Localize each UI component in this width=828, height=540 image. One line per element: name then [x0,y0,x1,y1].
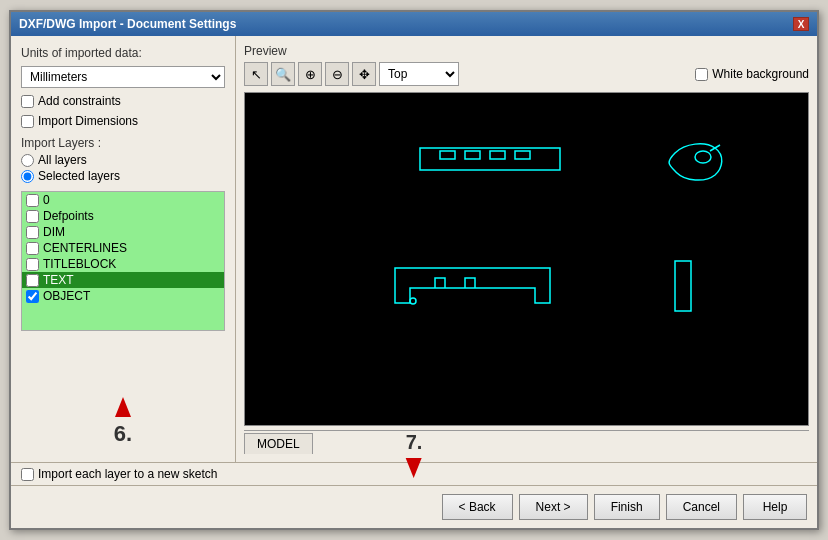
layers-list[interactable]: 0 Defpoints DIM CENTERLINES TITLEBLOCK [21,191,225,331]
main-window: DXF/DWG Import - Document Settings X Uni… [9,10,819,530]
arrow-down-icon [406,458,422,478]
help-button[interactable]: Help [743,494,807,520]
white-bg-row: White background [695,67,809,81]
layer-object-checkbox[interactable] [26,290,39,303]
preview-canvas [244,92,809,426]
cad-preview-svg [245,93,808,425]
add-constraints-label: Add constraints [38,94,121,108]
import-each-checkbox[interactable] [21,468,34,481]
finish-button[interactable]: Finish [594,494,660,520]
layer-text-name: TEXT [43,273,74,287]
add-constraints-row: Add constraints [21,94,225,108]
close-button[interactable]: X [793,17,809,31]
layer-dim-checkbox[interactable] [26,226,39,239]
toolbar-pointer-btn[interactable]: ↖ [244,62,268,86]
view-dropdown[interactable]: Top Front Right Isometric [379,62,459,86]
layer-item-defpoints[interactable]: Defpoints [22,208,224,224]
cad-rect-5 [515,151,530,159]
cad-rect-2 [440,151,455,159]
toolbar-zoomout-btn[interactable]: ⊖ [325,62,349,86]
cad-vert-rect [675,261,691,311]
layer-item-text[interactable]: TEXT [22,272,224,288]
add-constraints-checkbox[interactable] [21,95,34,108]
layer-defpoints-checkbox[interactable] [26,210,39,223]
preview-label: Preview [244,44,809,58]
cad-ellipse-1 [695,151,711,163]
layer-item-dim[interactable]: DIM [22,224,224,240]
layer-object-name: OBJECT [43,289,90,303]
back-button[interactable]: < Back [442,494,513,520]
white-bg-label: White background [712,67,809,81]
right-panel: Preview ↖ 🔍 ⊕ ⊖ ✥ Top Front Right Isomet… [236,36,817,462]
layer-titleblock-name: TITLEBLOCK [43,257,116,271]
selected-layers-row: Selected layers [21,169,225,183]
main-content: Units of imported data: Millimeters Add … [11,36,817,462]
annotation-area: 6. [21,337,225,452]
layer-item-0[interactable]: 0 [22,192,224,208]
cad-notch-2 [465,278,475,288]
toolbar-pan-btn[interactable]: ✥ [352,62,376,86]
layer-dim-name: DIM [43,225,65,239]
window-title: DXF/DWG Import - Document Settings [19,17,236,31]
import-dimensions-label: Import Dimensions [38,114,138,128]
annotation-7: 7. [406,431,423,454]
layer-text-checkbox[interactable] [26,274,39,287]
next-button[interactable]: Next > [519,494,588,520]
annotation-6: 6. [114,421,132,447]
layer-defpoints-name: Defpoints [43,209,94,223]
layer-centerlines-name: CENTERLINES [43,241,127,255]
layer-item-object[interactable]: OBJECT [22,288,224,304]
cad-rect-4 [490,151,505,159]
units-dropdown[interactable]: Millimeters [21,66,225,88]
layer-centerlines-checkbox[interactable] [26,242,39,255]
cad-notch-1 [435,278,445,288]
annotation-7-wrapper: 7. [406,431,423,478]
layer-item-centerlines[interactable]: CENTERLINES [22,240,224,256]
all-layers-row: All layers [21,153,225,167]
layer-titleblock-checkbox[interactable] [26,258,39,271]
white-bg-checkbox[interactable] [695,68,708,81]
layer-item-titleblock[interactable]: TITLEBLOCK [22,256,224,272]
import-layers-label: Import Layers : [21,136,225,150]
footer: 7. < Back Next > Finish Cancel Help [11,485,817,528]
layer-0-checkbox[interactable] [26,194,39,207]
model-tab[interactable]: MODEL [244,433,313,454]
cad-rect-3 [465,151,480,159]
toolbar-row: ↖ 🔍 ⊕ ⊖ ✥ Top Front Right Isometric Whit… [244,62,809,86]
import-dimensions-row: Import Dimensions [21,114,225,128]
selected-layers-label: Selected layers [38,169,120,183]
all-layers-radio[interactable] [21,154,34,167]
layer-0-name: 0 [43,193,50,207]
toolbar-zoom-btn[interactable]: 🔍 [271,62,295,86]
titlebar: DXF/DWG Import - Document Settings X [11,12,817,36]
selected-layers-radio[interactable] [21,170,34,183]
arrow-up-icon [115,397,131,417]
cad-circle-1 [410,298,416,304]
all-layers-label: All layers [38,153,87,167]
model-tab-row: MODEL [244,430,809,454]
cad-bracket [395,268,550,303]
left-panel: Units of imported data: Millimeters Add … [11,36,236,462]
import-layers-section: Import Layers : All layers Selected laye… [21,136,225,185]
import-each-label: Import each layer to a new sketch [38,467,217,481]
import-dimensions-checkbox[interactable] [21,115,34,128]
cancel-button[interactable]: Cancel [666,494,737,520]
units-label: Units of imported data: [21,46,225,60]
toolbar-zoomin-btn[interactable]: ⊕ [298,62,322,86]
